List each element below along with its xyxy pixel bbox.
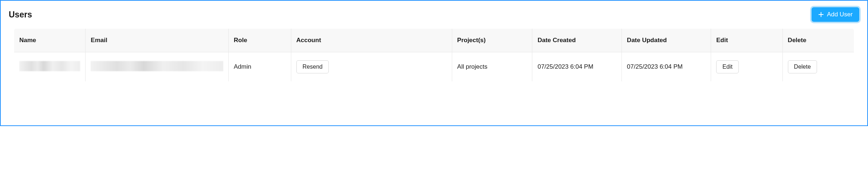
cell-email — [86, 52, 229, 82]
edit-button[interactable]: Edit — [716, 60, 739, 73]
redacted-name — [19, 61, 80, 71]
col-header-projects: Project(s) — [452, 29, 532, 52]
col-header-account: Account — [291, 29, 452, 52]
add-user-label: Add User — [827, 11, 853, 18]
col-header-date-created: Date Created — [532, 29, 622, 52]
cell-role: Admin — [229, 52, 291, 82]
col-header-name: Name — [14, 29, 86, 52]
resend-button[interactable]: Resend — [296, 60, 329, 73]
cell-delete: Delete — [782, 52, 854, 82]
cell-edit: Edit — [711, 52, 782, 82]
cell-date-created: 07/25/2023 6:04 PM — [532, 52, 622, 82]
redacted-email — [91, 61, 223, 71]
cell-account: Resend — [291, 52, 452, 82]
col-header-role: Role — [229, 29, 291, 52]
table-row: Admin Resend All projects 07/25/2023 6:0… — [14, 52, 854, 82]
cell-name — [14, 52, 86, 82]
cell-projects: All projects — [452, 52, 532, 82]
page-title: Users — [9, 10, 32, 20]
col-header-email: Email — [86, 29, 229, 52]
cell-date-updated: 07/25/2023 6:04 PM — [622, 52, 711, 82]
users-table: Name Email Role Account Project(s) Date … — [14, 28, 854, 82]
plus-icon — [818, 12, 824, 17]
col-header-edit: Edit — [711, 29, 782, 52]
delete-button[interactable]: Delete — [788, 60, 817, 73]
add-user-button[interactable]: Add User — [812, 7, 859, 22]
col-header-delete: Delete — [782, 29, 854, 52]
col-header-date-updated: Date Updated — [622, 29, 711, 52]
